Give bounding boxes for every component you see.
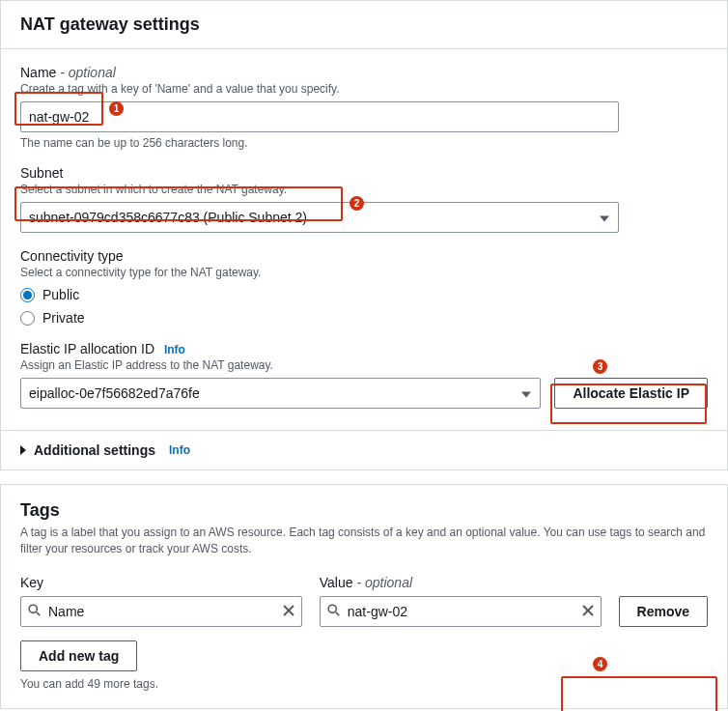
add-tag-button[interactable]: Add new tag [20,640,137,671]
nat-settings-panel: NAT gateway settings Name - optional Cre… [0,0,728,470]
tags-panel: Tags A tag is a label that you assign to… [0,484,728,709]
eip-label: Elastic IP allocation ID [20,341,154,356]
name-help: Create a tag with a key of 'Name' and a … [20,82,708,96]
callout-badge-4: 4 [593,657,607,671]
additional-settings-toggle[interactable]: Additional settings Info [1,430,727,469]
tag-value-input[interactable] [320,596,602,627]
key-label: Key [20,575,302,590]
additional-info-link[interactable]: Info [169,443,190,457]
subnet-field: Subnet Select a subnet in which to creat… [20,165,708,233]
public-radio-label: Public [42,287,79,302]
allocate-eip-button[interactable]: Allocate Elastic IP [554,378,708,409]
svg-point-4 [328,605,336,612]
clear-icon[interactable] [283,603,294,620]
svg-line-1 [37,612,40,615]
private-radio-label: Private [42,310,85,326]
value-label: Value [320,575,353,590]
panel-header: NAT gateway settings [1,1,727,49]
eip-info-link[interactable]: Info [164,343,185,356]
connectivity-help: Select a connectivity type for the NAT g… [20,266,708,279]
name-label: Name [20,65,56,80]
triangle-right-icon [20,445,26,455]
optional-suffix: - optional [353,575,412,590]
tag-key-input[interactable] [20,596,302,627]
remove-tag-button[interactable]: Remove [619,596,708,627]
settings-title: NAT gateway settings [20,14,708,35]
connectivity-label: Connectivity type [20,248,708,264]
tags-hint: You can add 49 more tags. [20,677,708,691]
name-hint: The name can be up to 256 characters lon… [20,136,708,150]
private-radio[interactable] [20,311,35,326]
clear-icon[interactable] [582,603,594,620]
search-icon [28,604,41,619]
svg-point-0 [29,605,37,612]
callout-badge-1: 1 [109,101,124,116]
connectivity-field: Connectivity type Select a connectivity … [20,248,708,326]
subnet-help: Select a subnet in which to create the N… [20,183,708,196]
eip-select[interactable]: eipalloc-0e7f56682ed7a76fe [20,378,541,409]
public-radio[interactable] [20,288,35,302]
search-icon [327,604,340,619]
callout-badge-2: 2 [350,196,364,211]
callout-badge-3: 3 [593,359,607,374]
tags-desc: A tag is a label that you assign to an A… [20,525,708,557]
eip-field: Elastic IP allocation ID Info Assign an … [20,341,708,409]
tags-title: Tags [20,500,708,521]
subnet-label: Subnet [20,165,708,181]
subnet-select[interactable]: subnet-0979cd358c6677c83 (Public Subnet … [20,202,619,233]
optional-suffix: - optional [56,65,115,80]
svg-line-5 [336,612,339,615]
